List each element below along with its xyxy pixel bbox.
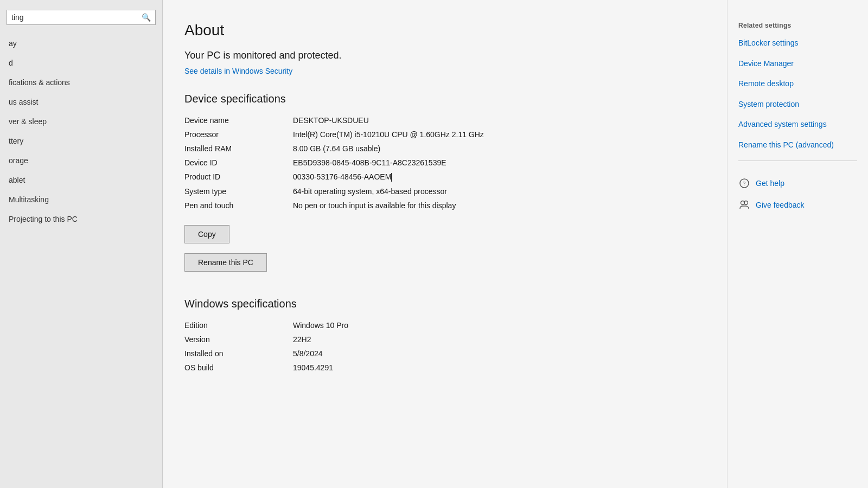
spec-label-3: Device ID: [184, 158, 282, 167]
spec-value-5: 64-bit operating system, x64-based proce…: [293, 187, 694, 196]
svg-text:?: ?: [743, 180, 746, 187]
win-spec-label-2: Installed on: [184, 349, 282, 358]
related-settings-title: Related settings: [738, 22, 857, 29]
sidebar-item-tablet[interactable]: ablet: [0, 170, 162, 190]
sidebar-item-multitasking[interactable]: Multitasking: [0, 190, 162, 209]
get-help-link[interactable]: Get help: [756, 179, 784, 188]
sidebar-item-storage[interactable]: orage: [0, 151, 162, 170]
windows-security-link[interactable]: See details in Windows Security: [184, 67, 292, 75]
spec-label-4: Product ID: [184, 172, 282, 182]
spec-value-2: 8.00 GB (7.64 GB usable): [293, 144, 694, 153]
sidebar-item-power-sleep[interactable]: ver & sleep: [0, 112, 162, 131]
help-section: ? Get help Give feedback: [738, 177, 857, 211]
win-spec-label-3: OS build: [184, 363, 282, 372]
rename-pc-button[interactable]: Rename this PC: [184, 253, 267, 272]
search-button[interactable]: 🔍: [142, 13, 151, 22]
system-protection-link[interactable]: System protection: [738, 99, 857, 110]
give-feedback-icon: [738, 199, 750, 211]
spec-label-2: Installed RAM: [184, 144, 282, 153]
win-spec-value-1: 22H2: [293, 335, 694, 344]
spec-label-0: Device name: [184, 116, 282, 125]
divider: [738, 160, 857, 161]
sidebar-item-ay[interactable]: ay: [0, 34, 162, 53]
get-help-icon: ?: [738, 177, 750, 189]
right-panel: Related settings BitLocker settings Devi…: [727, 0, 868, 488]
main-content: About Your PC is monitored and protected…: [163, 0, 727, 488]
rename-pc-advanced-link[interactable]: Rename this PC (advanced): [738, 140, 857, 151]
spec-label-6: Pen and touch: [184, 201, 282, 210]
win-spec-value-3: 19045.4291: [293, 363, 694, 372]
sidebar-item-focus-assist[interactable]: us assist: [0, 92, 162, 112]
spec-label-1: Processor: [184, 130, 282, 139]
device-manager-link[interactable]: Device Manager: [738, 59, 857, 69]
spec-value-1: Intel(R) Core(TM) i5-10210U CPU @ 1.60GH…: [293, 130, 694, 139]
search-bar[interactable]: 🔍: [7, 10, 156, 25]
advanced-system-settings-link[interactable]: Advanced system settings: [738, 119, 857, 130]
spec-value-4: 00330-53176-48456-AAOEM: [293, 172, 694, 182]
sidebar-nav: ay d fications & actions us assist ver &…: [0, 34, 162, 229]
page-title: About: [184, 22, 694, 39]
sidebar-item-battery[interactable]: ttery: [0, 131, 162, 151]
copy-button[interactable]: Copy: [184, 225, 229, 243]
win-spec-label-1: Version: [184, 335, 282, 344]
windows-specs-table: Edition Windows 10 Pro Version 22H2 Inst…: [184, 321, 694, 372]
device-specs-title: Device specifications: [184, 93, 694, 105]
spec-value-6: No pen or touch input is available for t…: [293, 201, 694, 210]
sidebar-item-notifications[interactable]: fications & actions: [0, 73, 162, 92]
protection-banner: Your PC is monitored and protected.: [184, 50, 694, 61]
sidebar-item-projecting[interactable]: Projecting to this PC: [0, 209, 162, 229]
win-spec-value-2: 5/8/2024: [293, 349, 694, 358]
windows-specs-title: Windows specifications: [184, 298, 694, 310]
device-specs-table: Device name DESKTOP-UKSDUEU Processor In…: [184, 116, 694, 210]
give-feedback-item[interactable]: Give feedback: [738, 199, 857, 211]
give-feedback-link[interactable]: Give feedback: [756, 201, 805, 209]
win-spec-label-0: Edition: [184, 321, 282, 330]
sidebar: 🔍 ay d fications & actions us assist ver…: [0, 0, 163, 488]
win-spec-value-0: Windows 10 Pro: [293, 321, 694, 330]
get-help-item[interactable]: ? Get help: [738, 177, 857, 189]
spec-value-0: DESKTOP-UKSDUEU: [293, 116, 694, 125]
search-input[interactable]: [11, 13, 142, 22]
bitlocker-settings-link[interactable]: BitLocker settings: [738, 38, 857, 49]
spec-value-3: EB5D9398-0845-408B-9C11-A8C23261539E: [293, 158, 694, 167]
device-buttons: Copy Rename this PC: [184, 225, 694, 278]
remote-desktop-link[interactable]: Remote desktop: [738, 79, 857, 89]
sidebar-item-d[interactable]: d: [0, 53, 162, 73]
spec-label-5: System type: [184, 187, 282, 196]
